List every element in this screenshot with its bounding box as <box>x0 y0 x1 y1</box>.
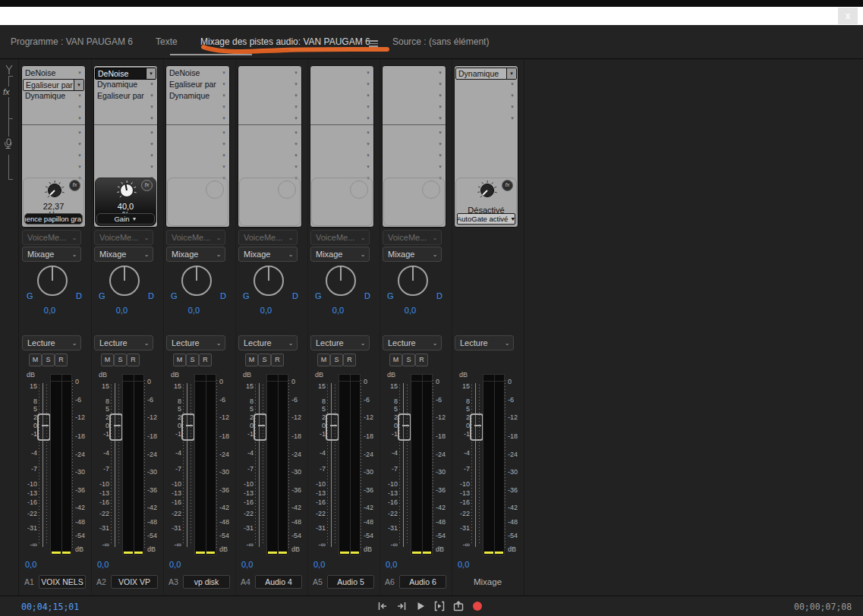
mute-button[interactable]: M <box>389 354 402 366</box>
play-button[interactable] <box>414 600 427 612</box>
solo-button[interactable]: S <box>114 354 127 366</box>
input-routing-select[interactable]: VoiceMe...⌄ <box>238 230 298 245</box>
send-slot[interactable]: ▾ <box>167 162 228 172</box>
volume-value[interactable]: 0,0 <box>241 560 253 569</box>
effect-slot[interactable]: ▾ <box>311 79 373 90</box>
volume-value[interactable]: 0,0 <box>458 560 469 569</box>
effect-slot[interactable]: Egaliseur par▾ <box>23 79 84 91</box>
record-arm-button[interactable]: R <box>55 354 68 366</box>
track-name-field[interactable]: VOIX NELS <box>39 575 86 589</box>
effect-slot[interactable]: ▾ <box>311 68 373 78</box>
tab-texte[interactable]: Texte <box>156 36 178 47</box>
send-slot[interactable]: ▾ <box>167 127 228 138</box>
pan-value[interactable]: 0,0 <box>91 306 153 315</box>
send-slot[interactable]: ▾ <box>383 150 445 161</box>
record-arm-button[interactable]: R <box>271 354 284 366</box>
pan-value[interactable]: 0,0 <box>163 306 225 315</box>
send-slot[interactable]: ▾ <box>95 139 156 149</box>
effect-slot[interactable]: ▾ <box>167 113 228 124</box>
effect-slot[interactable]: ▾ <box>167 102 228 112</box>
send-slot[interactable]: ▾ <box>311 127 373 138</box>
volume-value[interactable]: 0,0 <box>97 560 109 569</box>
volume-fader-handle[interactable] <box>37 413 51 441</box>
fx-bypass-icon[interactable]: fx <box>141 180 153 191</box>
record-arm-button[interactable]: R <box>199 354 212 366</box>
send-slot[interactable]: ▾ <box>311 150 373 161</box>
send-slot[interactable]: ▾ <box>23 127 84 138</box>
effect-slot[interactable]: ▾ <box>383 102 445 112</box>
parameter-select[interactable]: AutoGate activé▼ <box>457 213 515 225</box>
pan-knob[interactable] <box>108 264 141 300</box>
output-routing-select[interactable]: Mixage⌄ <box>383 247 442 262</box>
volume-value[interactable]: 0,0 <box>169 560 181 569</box>
send-slot[interactable]: ▾ <box>239 162 301 172</box>
input-routing-select[interactable]: VoiceMe...⌄ <box>94 230 153 245</box>
track-name-field[interactable]: Audio 5 <box>327 575 374 589</box>
play-in-to-out-button[interactable] <box>433 600 446 612</box>
effect-slot[interactable]: DeNoise▾ <box>23 68 84 78</box>
effect-slot[interactable]: ▾ <box>239 90 301 101</box>
effect-slot[interactable]: ▾ <box>239 79 301 90</box>
effect-slot[interactable]: ▾ <box>23 113 84 124</box>
output-routing-select[interactable]: Mixage⌄ <box>94 247 153 262</box>
automation-mode-select[interactable]: Lecture⌄ <box>22 335 81 350</box>
record-arm-button[interactable]: R <box>415 354 428 366</box>
send-slot[interactable]: ▾ <box>383 162 445 172</box>
mute-button[interactable]: M <box>173 354 186 366</box>
send-slot[interactable]: ▾ <box>239 127 301 138</box>
send-slot[interactable]: ▾ <box>23 162 84 172</box>
effect-slot[interactable]: ▾ <box>239 113 301 124</box>
effect-slot[interactable]: ▾ <box>455 90 517 101</box>
playhead-timecode[interactable]: 00;04;15;01 <box>21 602 79 612</box>
volume-value[interactable]: 0,0 <box>386 560 397 569</box>
output-routing-select[interactable]: Mixage⌄ <box>238 247 298 262</box>
effect-slot[interactable]: ▾ <box>23 102 84 112</box>
input-routing-select[interactable]: VoiceMe...⌄ <box>166 230 225 245</box>
pan-knob[interactable] <box>180 264 213 300</box>
send-slot[interactable]: ▾ <box>311 139 373 149</box>
pan-section-icon[interactable] <box>2 137 14 155</box>
pan-value[interactable]: 0,0 <box>307 306 369 315</box>
effect-slot[interactable]: ▾ <box>455 113 517 124</box>
solo-button[interactable]: S <box>330 354 343 366</box>
effect-slot[interactable]: Egaliseur par▾ <box>95 90 156 101</box>
pan-knob[interactable] <box>252 264 285 300</box>
volume-fader-handle[interactable] <box>470 413 483 441</box>
panel-menu-icon[interactable] <box>369 40 378 47</box>
output-routing-select[interactable]: Mixage⌄ <box>166 247 225 262</box>
solo-button[interactable]: S <box>186 354 199 366</box>
volume-fader-handle[interactable] <box>181 413 195 441</box>
parameter-select[interactable]: quence papillon gra▼ <box>24 213 83 225</box>
record-button[interactable] <box>471 600 483 612</box>
track-name-field[interactable]: Audio 4 <box>255 575 302 589</box>
go-to-in-point-button[interactable] <box>376 600 389 612</box>
send-slot[interactable]: ▾ <box>239 150 301 161</box>
mute-button[interactable]: M <box>317 354 330 366</box>
effect-slot[interactable]: ▾ <box>311 102 373 112</box>
tab-source[interactable]: Source : (sans élément) <box>392 36 489 47</box>
automation-mode-select[interactable]: Lecture⌄ <box>455 335 514 350</box>
effect-slot[interactable]: ▾ <box>383 79 445 90</box>
record-arm-button[interactable]: R <box>343 354 356 366</box>
record-arm-button[interactable]: R <box>127 354 140 366</box>
output-routing-select[interactable]: Mixage⌄ <box>310 247 370 262</box>
pan-knob[interactable] <box>396 264 430 300</box>
fx-bypass-icon[interactable]: fx <box>502 180 513 191</box>
send-slot[interactable]: ▾ <box>239 139 301 149</box>
send-slot[interactable]: ▾ <box>383 127 445 138</box>
mute-button[interactable]: M <box>101 354 114 366</box>
volume-fader-track[interactable] <box>403 383 404 547</box>
close-icon[interactable]: x <box>838 8 858 24</box>
effect-slot[interactable]: ▾ <box>455 102 517 112</box>
input-routing-select[interactable]: VoiceMe...⌄ <box>22 230 81 245</box>
mute-button[interactable]: M <box>245 354 258 366</box>
send-slot[interactable]: ▾ <box>95 127 156 138</box>
effect-slot[interactable]: Dynamique▾ <box>455 68 517 80</box>
effect-parameter-knob[interactable] <box>113 179 140 205</box>
volume-fader-track[interactable] <box>187 383 187 547</box>
volume-value[interactable]: 0,0 <box>313 560 325 569</box>
effect-slot[interactable]: ▾ <box>311 113 373 124</box>
send-slot[interactable]: ▾ <box>95 150 156 161</box>
send-slot[interactable]: ▾ <box>23 139 84 149</box>
effect-slot[interactable]: ▾ <box>383 68 445 78</box>
